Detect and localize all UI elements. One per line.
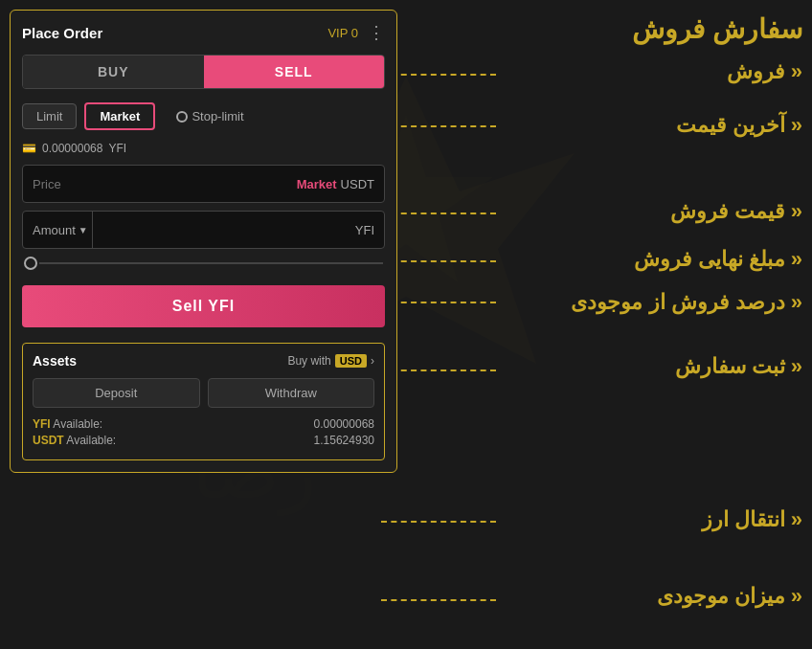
price-input[interactable] xyxy=(33,177,297,191)
sell-arrow-icon: » xyxy=(791,59,802,84)
place-order-panel: Place Order VIP 0 ⋮ BUY SELL Limit Marke… xyxy=(10,10,397,473)
slider-handle[interactable] xyxy=(24,257,37,270)
usdt-balance-line: USDT Available: 1.15624930 xyxy=(33,434,374,447)
annotation-sell-percent: درصد فروش از موجودی » xyxy=(571,290,802,315)
annotation-sell: فروش » xyxy=(727,59,802,84)
assets-section: Assets Buy with USD › Deposit Withdraw Y… xyxy=(22,343,385,460)
amount-input-group: Amount ▼ YFI xyxy=(22,211,385,249)
yfi-available-label: Available: xyxy=(53,417,102,431)
amount-dropdown-icon: ▼ xyxy=(79,225,88,235)
usdt-available-label: Available: xyxy=(66,434,116,447)
amount-input[interactable] xyxy=(92,212,351,248)
dashed-line-price xyxy=(381,213,496,214)
dashed-line-sell xyxy=(381,74,496,76)
buy-with-row[interactable]: Buy with USD › xyxy=(287,354,374,368)
sell-price-annotation-text: قیمت فروش xyxy=(670,199,785,224)
submit-order-arrow-icon: » xyxy=(791,354,802,379)
market-type-button[interactable]: Market xyxy=(84,102,155,130)
sell-submit-button[interactable]: Sell YFI xyxy=(22,285,385,327)
stop-limit-circle-icon xyxy=(176,111,188,123)
balance-amount-annotation-text: میزان موجودی xyxy=(657,584,785,609)
annotation-transfer: انتقال ارز » xyxy=(702,507,802,532)
balance-amount-arrow-icon: » xyxy=(791,584,802,609)
sell-order-title-text: سفارش فروش xyxy=(632,14,802,44)
amount-label-text: Amount xyxy=(33,223,76,237)
dashed-line-slider xyxy=(381,302,496,303)
annotation-sell-amount: مبلغ نهایی فروش » xyxy=(634,247,802,272)
assets-title: Assets xyxy=(33,353,77,369)
price-input-group: Market USDT xyxy=(22,165,385,203)
price-suffix: Market USDT xyxy=(297,177,374,191)
panel-title: Place Order xyxy=(22,25,102,41)
deposit-button[interactable]: Deposit xyxy=(33,378,200,408)
annotation-last-price: آخرین قیمت » xyxy=(676,113,802,138)
balance-value: 0.00000068 xyxy=(42,142,102,155)
transfer-annotation-text: انتقال ارز xyxy=(702,507,785,532)
yfi-balance-line: YFI Available: 0.00000068 xyxy=(33,417,374,431)
market-tag: Market xyxy=(297,177,337,191)
last-price-annotation-text: آخرین قیمت xyxy=(676,113,785,138)
order-type-row: Limit Market Stop-limit xyxy=(22,102,385,130)
dashed-line-amount xyxy=(381,260,496,262)
dashed-line-balance xyxy=(381,599,496,601)
order-side-tabs: BUY SELL xyxy=(22,55,385,89)
limit-type-button[interactable]: Limit xyxy=(22,103,77,129)
balance-token: YFI xyxy=(108,142,126,155)
annotation-submit-order: ثبت سفارش » xyxy=(675,354,802,379)
transfer-arrow-icon: » xyxy=(791,507,802,532)
usdt-token-label: USDT xyxy=(33,434,64,447)
sell-tab[interactable]: SELL xyxy=(204,56,385,88)
usdt-available-value: 1.15624930 xyxy=(314,434,374,447)
yfi-available-value: 0.00000068 xyxy=(314,417,374,431)
sell-annotation-text: فروش xyxy=(727,59,785,84)
amount-dropdown-button[interactable]: Amount ▼ xyxy=(33,223,88,237)
sell-percent-arrow-icon: » xyxy=(791,290,802,315)
panel-header: Place Order VIP 0 ⋮ xyxy=(22,22,385,43)
card-icon: 💳 xyxy=(22,142,36,155)
assets-header: Assets Buy with USD › xyxy=(33,353,374,369)
sell-amount-arrow-icon: » xyxy=(791,247,802,272)
annotation-sell-price: قیمت فروش » xyxy=(670,199,802,224)
balance-info: YFI Available: 0.00000068 USDT Available… xyxy=(33,417,374,447)
slider-track[interactable] xyxy=(39,262,383,264)
submit-order-annotation-text: ثبت سفارش xyxy=(675,354,785,379)
withdraw-button[interactable]: Withdraw xyxy=(208,378,375,408)
stop-limit-type-button[interactable]: Stop-limit xyxy=(163,104,257,128)
balance-row: 💳 0.00000068 YFI xyxy=(22,142,385,155)
sell-percent-annotation-text: درصد فروش از موجودی xyxy=(571,290,784,315)
dashed-line-transfer xyxy=(381,521,496,523)
yfi-token-label: YFI xyxy=(33,417,51,431)
stop-limit-label: Stop-limit xyxy=(192,109,243,123)
buy-with-label: Buy with xyxy=(287,354,330,368)
annotation-sell-order-title: سفارش فروش xyxy=(632,13,802,45)
vip-label: VIP 0 xyxy=(327,26,358,40)
deposit-withdraw-row: Deposit Withdraw xyxy=(33,378,374,408)
more-options-button[interactable]: ⋮ xyxy=(368,22,385,43)
buy-with-currency-badge: USD xyxy=(335,354,367,368)
amount-suffix: YFI xyxy=(355,223,374,237)
sell-price-arrow-icon: » xyxy=(791,199,802,224)
dashed-line-sell-btn xyxy=(381,369,496,371)
last-price-arrow-icon: » xyxy=(791,113,802,138)
dashed-line-market xyxy=(381,125,496,127)
price-currency: USDT xyxy=(341,177,374,191)
sell-amount-annotation-text: مبلغ نهایی فروش xyxy=(634,247,785,272)
percentage-slider-row xyxy=(22,257,385,270)
annotation-balance-amount: میزان موجودی » xyxy=(657,584,802,609)
buy-with-chevron-icon: › xyxy=(371,354,374,368)
buy-tab[interactable]: BUY xyxy=(23,56,204,88)
